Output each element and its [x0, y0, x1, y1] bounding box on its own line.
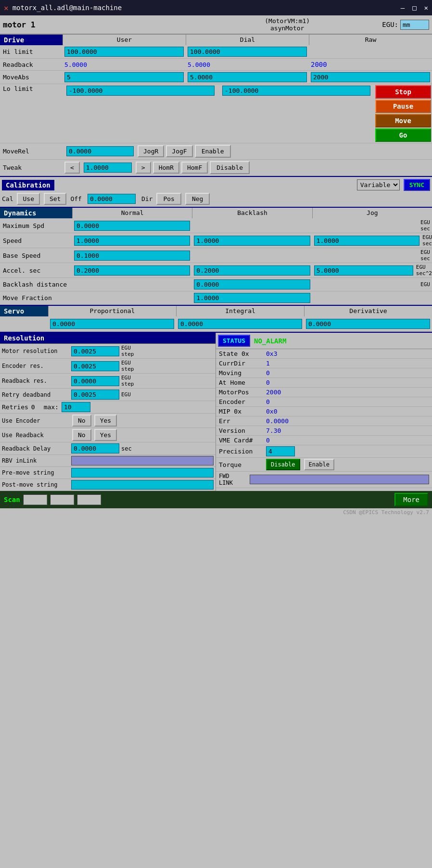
backlash-dist-unit: EGU	[420, 281, 430, 288]
dyn-col-jog: Jog	[312, 208, 432, 218]
vme-card-row: VME Card# 0	[216, 436, 432, 445]
egu-input[interactable]	[400, 20, 429, 30]
retry-deadband-input[interactable]	[71, 390, 119, 400]
accel-row: Accel. sec EGUsec^2	[0, 263, 432, 278]
tweak-value-input[interactable]	[84, 163, 132, 173]
moveabs-user-input[interactable]	[64, 72, 184, 82]
scan-box-1[interactable]	[23, 494, 47, 505]
close-button[interactable]: ✕	[424, 4, 428, 12]
tweak-left-button[interactable]: <	[64, 162, 80, 174]
sync-button[interactable]: SYNC	[404, 179, 430, 191]
minimize-button[interactable]: —	[401, 4, 405, 12]
motor-res-input[interactable]	[71, 346, 119, 356]
servo-section: Servo Proportional Integral Derivative	[0, 306, 432, 332]
use-readback-no-button[interactable]: No	[72, 429, 91, 441]
accel-backlash-input[interactable]	[194, 265, 310, 276]
rbv-inlink-input[interactable]	[71, 456, 214, 465]
servo-deriv-input[interactable]	[306, 319, 430, 329]
precision-input[interactable]	[266, 446, 295, 456]
enable-button[interactable]: Enable	[195, 145, 231, 158]
more-button[interactable]: More	[394, 493, 428, 506]
tweak-right-button[interactable]: >	[136, 162, 151, 174]
go-button[interactable]: Go	[375, 128, 431, 142]
jogr-button[interactable]: JogR	[138, 145, 164, 157]
scan-box-2[interactable]	[50, 494, 74, 505]
speed-label: Speed	[0, 236, 72, 245]
readback-delay-input[interactable]	[71, 443, 119, 453]
speed-backlash-input[interactable]	[194, 236, 310, 246]
stop-button[interactable]: Stop	[375, 85, 431, 99]
moveabs-raw-input[interactable]	[311, 72, 430, 82]
base-speed-normal-input[interactable]	[74, 251, 190, 261]
pause-button[interactable]: Pause	[375, 100, 431, 113]
use-encoder-row: Use Encoder No Yes	[0, 414, 216, 428]
use-encoder-yes-button[interactable]: Yes	[94, 415, 117, 427]
move-button[interactable]: Move	[375, 114, 431, 127]
moverel-input[interactable]	[66, 146, 134, 156]
variable-select[interactable]: Variable	[357, 179, 400, 190]
backlash-dist-input[interactable]	[194, 279, 310, 289]
hi-limit-user-input[interactable]	[64, 47, 184, 57]
motor-header: motor 1 (MotorVM:m1) asynMotor EGU:	[0, 15, 432, 35]
servo-int-input[interactable]	[178, 319, 302, 329]
accel-unit: EGUsec^2	[416, 264, 432, 277]
accel-normal-input[interactable]	[74, 265, 190, 276]
cal-neg-button[interactable]: Neg	[185, 193, 210, 205]
cal-pos-button[interactable]: Pos	[156, 193, 181, 205]
accel-label: Accel. sec	[0, 266, 72, 275]
maximize-button[interactable]: □	[412, 4, 416, 12]
torque-disable-button[interactable]: Disable	[266, 459, 300, 470]
jogf-button[interactable]: JogF	[166, 145, 192, 157]
encoder-res-input[interactable]	[71, 361, 119, 371]
accel-jog-input[interactable]	[314, 265, 413, 276]
post-move-label: Post-move string	[2, 481, 69, 488]
lo-limit-user-input[interactable]	[66, 86, 215, 96]
dyn-col-backlash: Backlash	[192, 208, 312, 218]
speed-normal-input[interactable]	[74, 236, 190, 246]
max-spd-unit: EGUsec	[420, 219, 430, 232]
post-move-input[interactable]	[71, 480, 214, 490]
moveabs-label: MoveAbs	[0, 73, 63, 82]
disable-button[interactable]: Disable	[210, 161, 250, 174]
motor-res-unit: EGUstep	[121, 345, 134, 357]
homr-button[interactable]: HomR	[153, 162, 179, 174]
homf-button[interactable]: HomF	[181, 162, 208, 174]
use-readback-yes-button[interactable]: Yes	[94, 429, 117, 441]
motor-res-row: Motor resolution EGUstep	[0, 344, 216, 359]
encoder-res-row: Encoder res. EGUstep	[0, 359, 216, 374]
scan-box-3[interactable]	[77, 494, 101, 505]
version-row: Version 7.30	[216, 426, 432, 436]
egu-section: EGU:	[382, 20, 429, 30]
precision-row: Precision	[216, 445, 432, 458]
servo-label: Servo	[0, 306, 48, 316]
state-label: State 0x	[219, 350, 262, 357]
pre-move-input[interactable]	[71, 468, 214, 478]
max-spd-row: Maximum Spd EGUsec	[0, 218, 432, 233]
cal-set-button[interactable]: Set	[44, 193, 66, 205]
servo-prop-input[interactable]	[50, 319, 174, 329]
cal-use-button[interactable]: Use	[17, 193, 39, 205]
stop-pause-col: Stop Pause Move Go	[374, 84, 432, 143]
lo-limit-dial-input[interactable]	[222, 86, 370, 96]
moverel-row: MoveRel JogR JogF Enable	[0, 143, 432, 160]
moverel-label: MoveRel	[0, 147, 63, 156]
use-encoder-no-button[interactable]: No	[72, 415, 91, 427]
status-button[interactable]: STATUS	[218, 335, 250, 347]
at-home-label: At Home	[219, 379, 262, 386]
retries-max-input[interactable]	[62, 402, 90, 412]
fwd-link-input[interactable]	[250, 475, 429, 484]
cal-off-input[interactable]	[88, 194, 136, 204]
cal-off-label: Off	[70, 195, 81, 202]
rbv-inlink-label: RBV inLink	[2, 457, 69, 464]
moveabs-dial-input[interactable]	[188, 72, 307, 82]
readback-res-input[interactable]	[71, 376, 119, 386]
hi-limit-dial-input[interactable]	[188, 47, 307, 57]
torque-enable-button[interactable]: Enable	[304, 459, 334, 470]
bottom-section: Resolution Motor resolution EGUstep Enco…	[0, 333, 432, 491]
max-spd-normal-input[interactable]	[74, 221, 190, 231]
speed-jog-input[interactable]	[314, 236, 419, 246]
drive-header: Drive User Dial Raw	[0, 35, 432, 45]
scan-bar: Scan More	[0, 491, 432, 508]
lo-limit-row: Lo limit Stop Pause Move Go	[0, 84, 432, 143]
move-fraction-input[interactable]	[194, 293, 310, 303]
